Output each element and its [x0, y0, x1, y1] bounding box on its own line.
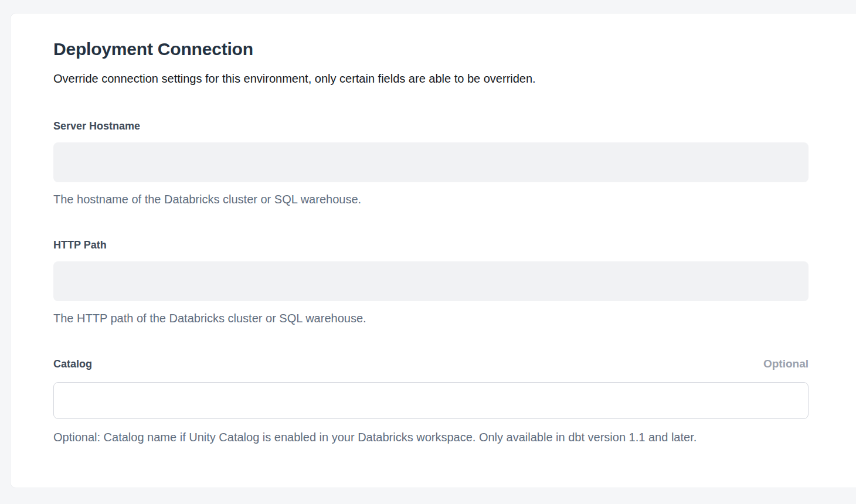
http-path-input — [53, 261, 809, 301]
optional-badge: Optional — [763, 357, 809, 370]
field-group-catalog: Catalog Optional Optional: Catalog name … — [53, 357, 809, 445]
catalog-input[interactable] — [53, 382, 809, 419]
server-hostname-input — [53, 142, 809, 182]
page-title: Deployment Connection — [53, 38, 791, 60]
label-row: HTTP Path — [53, 239, 809, 251]
http-path-label: HTTP Path — [53, 239, 107, 251]
deployment-connection-card: Deployment Connection Override connectio… — [10, 13, 856, 488]
field-group-http-path: HTTP Path The HTTP path of the Databrick… — [53, 239, 809, 326]
server-hostname-helper-text: The hostname of the Databricks cluster o… — [53, 192, 809, 207]
catalog-helper-text: Optional: Catalog name if Unity Catalog … — [53, 430, 809, 445]
label-row: Server Hostname — [53, 120, 809, 132]
http-path-helper-text: The HTTP path of the Databricks cluster … — [53, 311, 809, 326]
field-group-server-hostname: Server Hostname The hostname of the Data… — [53, 120, 809, 207]
card-content: Deployment Connection Override connectio… — [11, 13, 809, 445]
server-hostname-label: Server Hostname — [53, 120, 140, 132]
page-subtitle: Override connection settings for this en… — [53, 71, 791, 86]
catalog-label: Catalog — [53, 357, 92, 370]
label-row: Catalog Optional — [53, 357, 809, 370]
